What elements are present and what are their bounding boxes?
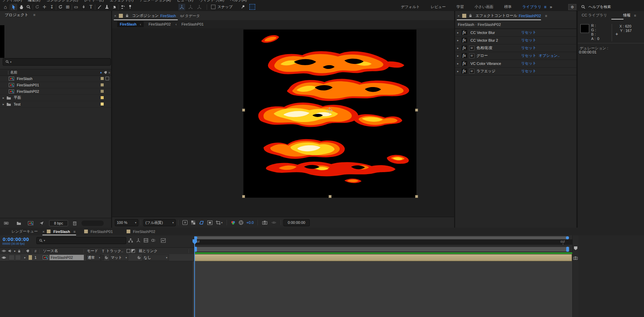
menu-file[interactable]: ファイル(F) (2, 0, 22, 3)
breadcrumb-item[interactable]: FireSlashP01 (181, 22, 204, 26)
channel-rgb-icon[interactable] (231, 221, 236, 225)
draft-3d-icon[interactable] (136, 238, 141, 242)
menu-edit[interactable]: 編集(E) (28, 0, 40, 3)
fast-preview-icon[interactable] (182, 220, 188, 225)
layer-solo-cell[interactable] (15, 255, 21, 260)
label-color-swatch[interactable] (101, 103, 104, 106)
expander-chevron-icon[interactable]: ▸ (3, 103, 4, 106)
blend-mode-dropdown[interactable]: 通常▾ (86, 254, 102, 261)
label-color-swatch[interactable] (101, 77, 104, 80)
project-item-row[interactable]: FireSlashP01 (0, 82, 111, 88)
snap-pin-icon[interactable] (239, 4, 246, 10)
project-item-row[interactable]: ▸ Test (0, 101, 111, 108)
effect-name[interactable]: ラフエッジ (477, 69, 496, 74)
new-folder-icon[interactable] (16, 221, 21, 225)
effect-reset-link[interactable]: リセット (521, 38, 536, 43)
matte-alpha-icon[interactable] (131, 249, 135, 253)
menu-composition[interactable]: コンポジション(C) (46, 0, 78, 3)
expander-chevron-icon[interactable]: ▸ (457, 39, 459, 42)
track-matte-t-header[interactable]: T (102, 249, 104, 253)
sort-arrow-icon[interactable]: ▲ (100, 71, 102, 74)
exposure-icon[interactable] (239, 220, 243, 225)
roto-brush-tool[interactable] (119, 4, 126, 10)
show-snapshot-icon[interactable] (271, 220, 276, 225)
workspace-menu-icon[interactable]: ≡ (544, 5, 546, 9)
workspace-library[interactable]: ライブラリ (517, 4, 544, 9)
motion-blur-icon[interactable] (151, 238, 156, 242)
selection-handle[interactable] (415, 109, 418, 112)
exposure-value[interactable]: +0.0 (246, 221, 254, 225)
workspace-review[interactable]: レビュー (425, 4, 451, 9)
workspace-learn[interactable]: 学習 (451, 4, 469, 9)
current-time-indicator-line[interactable] (194, 236, 195, 317)
effect-row[interactable]: ▸ fx 32 グロー リセット オプション.. (455, 52, 576, 60)
render-queue-tab[interactable]: レンダーキュー (11, 229, 38, 234)
layer-audio-cell[interactable] (9, 255, 14, 260)
search-options-chevron-icon[interactable]: ▾ (44, 239, 45, 242)
parent-link-column-header[interactable]: 親とリンク (139, 248, 158, 253)
layer-name-cell[interactable]: FireSlashP02 (49, 255, 84, 260)
info-tab[interactable]: 情報 (623, 13, 631, 18)
expander-chevron-icon[interactable]: ▸ (3, 96, 4, 100)
expander-chevron-icon[interactable]: ▸ (457, 46, 459, 50)
project-search-input[interactable]: ▾ (3, 58, 111, 66)
fx-badge-icon[interactable]: fx (462, 61, 467, 66)
metadata-tab[interactable]: メタデータ (181, 13, 200, 18)
menu-help[interactable]: ヘルプ(H) (230, 0, 247, 3)
fx-badge-icon[interactable]: fx (462, 45, 467, 50)
effect-options-link[interactable]: オプション.. (539, 53, 560, 58)
new-composition-icon[interactable] (28, 221, 33, 225)
rotation-tool[interactable] (57, 4, 64, 10)
effect-row[interactable]: ▸ fx 32 ラフエッジ リセット (455, 67, 576, 75)
video-column-icon[interactable] (2, 249, 6, 253)
snap-checkbox[interactable] (211, 5, 215, 9)
fx-badge-icon[interactable]: fx (462, 38, 467, 43)
fx-badge-icon[interactable]: fx (462, 53, 467, 58)
expander-chevron-icon[interactable]: ▸ (457, 62, 459, 65)
expander-chevron-icon[interactable]: ▸ (457, 54, 459, 57)
snap-label[interactable]: スナップ (217, 4, 233, 9)
project-settings-icon[interactable] (39, 221, 44, 225)
orbit-camera-tool[interactable] (34, 4, 40, 10)
effect-row[interactable]: ▸ fx VC Color Vibrance リセット (455, 60, 576, 68)
effect-name[interactable]: グロー (477, 53, 488, 58)
breadcrumb-active[interactable]: FireSlash ‹ (117, 21, 144, 27)
composition-flowchart-icon[interactable] (128, 238, 133, 243)
project-item-row[interactable]: FireSlashP02 (0, 88, 111, 95)
effect-reset-link[interactable]: リセット (521, 61, 536, 66)
brush-tool[interactable] (96, 4, 103, 10)
dolly-camera-tool[interactable]: ↧ (48, 4, 55, 10)
label-color-swatch[interactable] (101, 96, 104, 99)
solo-column-icon[interactable]: ● (14, 249, 15, 253)
bpc-button[interactable]: 8 bpc (49, 220, 68, 226)
graph-editor-icon[interactable] (161, 238, 166, 243)
index-column-header[interactable]: # (34, 249, 36, 253)
effect-name[interactable]: 色相/彩度 (477, 45, 493, 50)
search-options-chevron-icon[interactable]: ▾ (10, 61, 11, 64)
composition-tab-target[interactable]: FireSlash (160, 14, 176, 18)
frame-blending-icon[interactable] (144, 238, 148, 242)
effect-name[interactable]: CC Vector Blur 2 (471, 38, 498, 42)
panel-menu-icon[interactable]: ≡ (545, 14, 547, 18)
close-tab-icon[interactable]: × (114, 14, 116, 18)
label-color-swatch[interactable] (101, 90, 104, 93)
workspace-standard[interactable]: 標準 (499, 4, 517, 9)
label-color-swatch[interactable] (101, 83, 104, 86)
timeline-tab[interactable]: FireSlashP01 (84, 228, 113, 235)
composition-image[interactable] (243, 30, 416, 198)
track-matte-column-header[interactable]: トラック.. (106, 248, 123, 253)
clone-stamp-tool[interactable] (103, 4, 110, 10)
menu-view[interactable]: ビュー(V) (177, 0, 193, 3)
hand-tool[interactable] (18, 4, 25, 10)
menu-layer[interactable]: レイヤー(L) (84, 0, 104, 3)
project-item-row[interactable]: ▸ 平面 (0, 94, 111, 101)
label-column-icon[interactable] (104, 71, 107, 74)
timeline-ruler[interactable]: 00f 01f (194, 239, 572, 245)
eraser-tool[interactable] (111, 4, 117, 10)
panel-menu-icon[interactable]: ≡ (73, 230, 75, 234)
matte-fill-icon[interactable] (127, 249, 130, 253)
project-columns-header[interactable]: 名前 ▲ ≡ (0, 69, 111, 76)
composition-viewer[interactable] (112, 28, 454, 217)
transparency-grid-icon[interactable] (191, 220, 196, 225)
timeline-tab[interactable]: FireSlashP02 (127, 228, 155, 235)
